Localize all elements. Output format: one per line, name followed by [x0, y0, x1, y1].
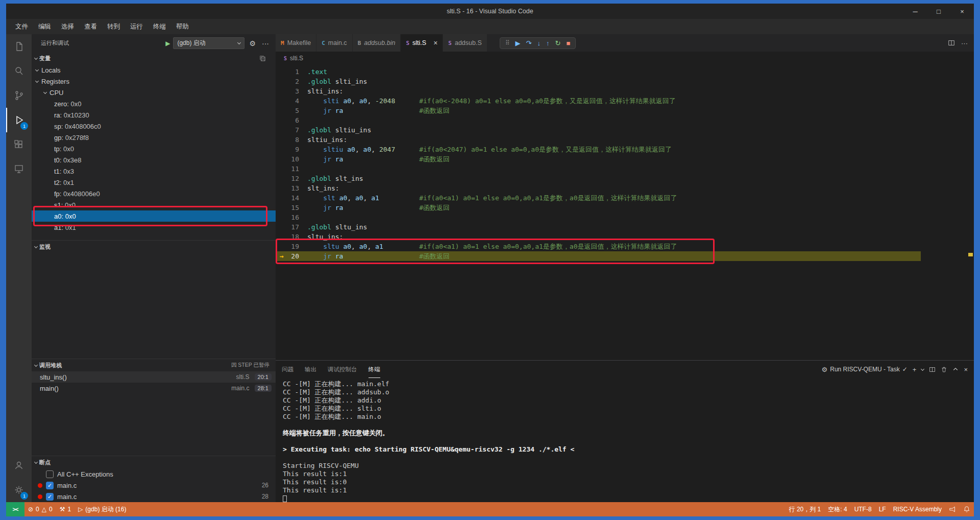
kill-terminal-icon[interactable]	[941, 366, 947, 373]
feedback-icon[interactable]	[945, 502, 960, 516]
variable-sp[interactable]: sp: 0x408006c0	[32, 121, 276, 132]
variables-group-locals[interactable]: Locals	[32, 64, 276, 76]
menu-item-6[interactable]: 终端	[148, 21, 171, 32]
watch-header[interactable]: 监视	[32, 241, 276, 253]
stack-frame-sltu-ins[interactable]: sltu_ins()slti.S20:1	[32, 371, 276, 383]
remote-explorer-icon[interactable]	[6, 157, 32, 181]
step-into-button[interactable]: ↓	[537, 39, 541, 47]
code-line-10[interactable]: 10 jr ra #函数返回	[276, 154, 974, 164]
breakpoint-item-2[interactable]: ✓main.c28	[32, 491, 276, 502]
gutter[interactable]: 5	[276, 106, 307, 115]
gutter[interactable]: 1	[276, 67, 307, 77]
restart-button[interactable]: ↻	[555, 39, 560, 47]
code-line-2[interactable]: 2.globl slti_ins	[276, 77, 974, 86]
variable-tp[interactable]: tp: 0x0	[32, 143, 276, 154]
encoding-indicator[interactable]: UTF-8	[851, 502, 875, 516]
collapse-all-icon[interactable]	[258, 55, 267, 62]
variable-s1[interactable]: s1: 0x0	[32, 199, 276, 210]
more-actions-icon[interactable]: ···	[260, 39, 271, 48]
menu-item-1[interactable]: 编辑	[33, 21, 56, 32]
notifications-bell-icon[interactable]	[960, 502, 974, 516]
stack-frame-main[interactable]: main()main.c28:1	[32, 383, 276, 394]
new-terminal-icon[interactable]: +	[913, 366, 917, 373]
split-terminal-icon[interactable]	[929, 366, 936, 373]
gutter[interactable]: 19	[276, 242, 307, 251]
continue-button[interactable]: ▶	[516, 39, 521, 47]
start-debugging-icon[interactable]: ▶	[165, 40, 170, 47]
settings-gear-icon[interactable]: 1	[6, 478, 32, 502]
gutter[interactable]: 2	[276, 77, 307, 86]
variable-t1[interactable]: t1: 0x3	[32, 166, 276, 177]
gutter[interactable]: 3	[276, 86, 307, 96]
remote-indicator[interactable]: ><	[6, 502, 24, 516]
variable-ra[interactable]: ra: 0x10230	[32, 109, 276, 121]
problems-indicator[interactable]: ⊘ 0 △ 0	[24, 502, 56, 516]
gutter[interactable]: 12	[276, 174, 307, 183]
account-icon[interactable]	[6, 453, 32, 478]
variables-group-registers[interactable]: Registers	[32, 76, 276, 87]
variable-gp[interactable]: gp: 0x278f8	[32, 132, 276, 143]
tab-addsub-s[interactable]: Saddsub.S	[443, 34, 487, 52]
terminal-dropdown-icon[interactable]	[921, 367, 924, 370]
code-line-17[interactable]: 17.globl sltu_ins	[276, 222, 974, 232]
debug-config-dropdown[interactable]: (gdb) 启动	[173, 37, 244, 49]
minimap[interactable]	[921, 65, 967, 360]
menu-item-7[interactable]: 帮助	[171, 21, 194, 32]
terminal-output[interactable]: CC -[M] 正在构建... main.elfCC -[M] 正在构建... …	[276, 378, 974, 502]
variable-zero[interactable]: zero: 0x0	[32, 98, 276, 109]
menu-item-2[interactable]: 选择	[56, 21, 79, 32]
menu-item-0[interactable]: 文件	[10, 21, 33, 32]
language-mode[interactable]: RISC-V Assembly	[890, 502, 945, 516]
breakpoint-item-0[interactable]: All C++ Exceptions	[32, 468, 276, 480]
terminal-instance[interactable]: ⚙ Run RISCV-QEMU - Task ✓	[822, 366, 908, 373]
gutter[interactable]: 15	[276, 203, 307, 212]
debug-settings-gear-icon[interactable]: ⚙	[248, 39, 257, 48]
gutter[interactable]: 14	[276, 193, 307, 203]
step-out-button[interactable]: ↑	[546, 39, 550, 47]
indentation-indicator[interactable]: 空格: 4	[824, 502, 850, 516]
code-line-9[interactable]: 9 sltiu a0, a0, 2047 #if(a0<2047) a0=1 e…	[276, 145, 974, 154]
code-line-12[interactable]: 12.globl slt_ins	[276, 174, 974, 183]
variable-fp[interactable]: fp: 0x408006e0	[32, 188, 276, 199]
extensions-icon[interactable]	[6, 132, 32, 157]
drag-grip-icon[interactable]: ⠿	[505, 39, 510, 46]
menu-item-5[interactable]: 运行	[125, 21, 148, 32]
gutter[interactable]: →20	[276, 251, 307, 261]
eol-indicator[interactable]: LF	[875, 502, 890, 516]
split-editor-icon[interactable]	[948, 39, 955, 46]
gutter[interactable]: 17	[276, 222, 307, 232]
breadcrumb[interactable]: S slti.S	[276, 52, 974, 65]
cursor-position[interactable]: 行 20，列 1	[786, 502, 825, 516]
close-panel-icon[interactable]: ×	[964, 366, 968, 373]
code-line-14[interactable]: 14 slt a0, a0, a1 #if(a0<a1) a0=1 else a…	[276, 193, 974, 203]
gutter[interactable]: 13	[276, 183, 307, 193]
tab-makefile[interactable]: MMakefile	[276, 34, 316, 52]
stop-button[interactable]: ■	[566, 39, 570, 47]
code-line-19[interactable]: 19 sltu a0, a0, a1 #if(a0<a1) a0=1 else …	[276, 242, 974, 251]
running-tasks-indicator[interactable]: ⚒ 1	[56, 502, 75, 516]
variable-a0[interactable]: a0: 0x0	[32, 210, 276, 222]
source-control-icon[interactable]	[6, 83, 32, 108]
maximize-panel-icon[interactable]	[952, 366, 959, 372]
breakpoint-item-1[interactable]: ✓main.c26	[32, 480, 276, 491]
step-over-button[interactable]: ↷	[526, 39, 532, 47]
run-and-debug-icon[interactable]: 1	[6, 108, 32, 132]
tab-main-c[interactable]: Cmain.c	[316, 34, 352, 52]
gutter[interactable]: 10	[276, 154, 307, 164]
search-icon[interactable]	[6, 59, 32, 83]
breakpoint-checkbox[interactable]: ✓	[46, 482, 54, 489]
callstack-header[interactable]: 调用堆栈 因 STEP 已暂停	[32, 359, 276, 371]
gutter[interactable]: 11	[276, 164, 307, 174]
code-line-20[interactable]: →20 jr ra #函数返回	[276, 251, 974, 261]
gutter[interactable]: 4	[276, 96, 307, 106]
panel-tab-item[interactable]: 调试控制台	[328, 361, 357, 378]
code-line-6[interactable]: 6	[276, 115, 974, 125]
debug-session-indicator[interactable]: ▷ (gdb) 启动 (16)	[75, 502, 130, 516]
code-line-3[interactable]: 3slti_ins:	[276, 86, 974, 96]
variables-group-cpu[interactable]: CPU	[32, 87, 276, 98]
tab-addsub-bin[interactable]: Baddsub.bin	[353, 34, 401, 52]
gutter[interactable]: 6	[276, 115, 307, 125]
gutter[interactable]: 18	[276, 232, 307, 242]
gutter[interactable]: 16	[276, 212, 307, 222]
gutter[interactable]: 9	[276, 145, 307, 154]
